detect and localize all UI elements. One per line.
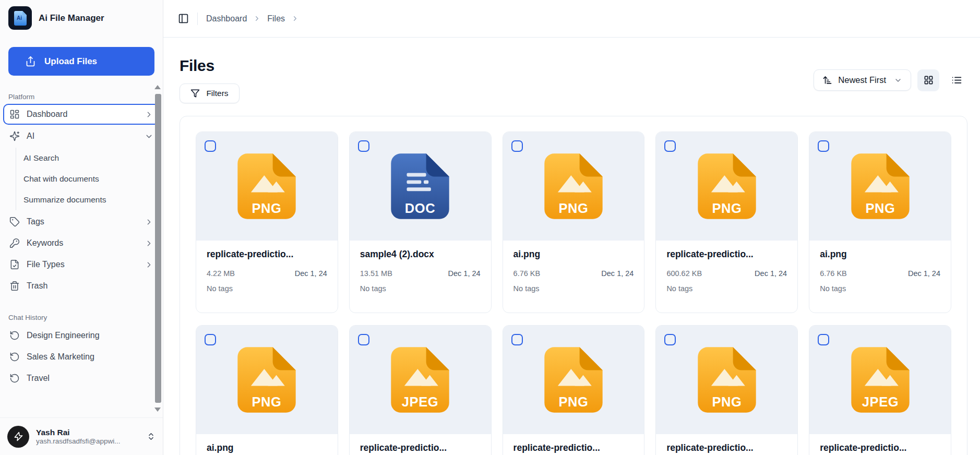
history-icon (9, 330, 20, 341)
file-type-label: PNG (252, 394, 282, 409)
chevron-right-icon (291, 15, 299, 22)
sidebar-item-summarize-documents[interactable]: Summarize documents (17, 189, 159, 210)
sidebar-item-ai-search[interactable]: AI Search (17, 148, 159, 169)
file-type-label: PNG (865, 201, 895, 215)
file-card[interactable]: PNG replicate-predictio... (503, 325, 645, 455)
topbar: Dashboard Files (163, 0, 980, 38)
file-size: 6.76 KB (513, 269, 541, 278)
breadcrumb-files[interactable]: Files (267, 14, 285, 23)
file-date: Dec 1, 24 (448, 269, 481, 278)
divider (197, 13, 198, 25)
file-tags: No tags (207, 284, 327, 293)
breadcrumb: Dashboard Files (206, 14, 299, 23)
chat-history-item-design-engineering[interactable]: Design Engineering (4, 326, 159, 345)
file-type-label: JPEG (862, 394, 898, 409)
user-name: Yash Rai (36, 428, 121, 437)
sidebar-scrollbar-thumb[interactable] (155, 94, 161, 403)
file-card[interactable]: PNG ai.png (196, 325, 338, 455)
file-checkbox[interactable] (818, 334, 829, 345)
file-card[interactable]: PNG replicate-predictio... 4.22 MB Dec 1… (196, 131, 338, 313)
app-logo-icon: Ai (8, 6, 32, 30)
file-name: ai.png (513, 249, 634, 260)
sidebar-item-trash[interactable]: Trash (4, 276, 159, 296)
file-checkbox[interactable] (205, 334, 216, 345)
file-checkbox[interactable] (511, 140, 523, 152)
file-name: ai.png (207, 442, 327, 453)
file-checkbox[interactable] (664, 334, 676, 345)
file-card[interactable]: DOC sample4 (2).docx 13.51 MB Dec 1, 24 … (349, 131, 492, 313)
file-name: replicate-predictio... (360, 442, 481, 453)
file-card[interactable]: JPEG replicate-predictio... (809, 325, 951, 455)
sidebar-scrollbar-down-arrow[interactable] (154, 408, 161, 412)
grid-view-icon (924, 75, 934, 85)
dashboard-icon (9, 109, 20, 119)
chevron-right-icon (253, 15, 261, 22)
file-name: ai.png (820, 249, 940, 260)
sidebar-item-keywords[interactable]: Keywords (4, 233, 159, 253)
brand: Ai Ai File Manager (0, 0, 163, 30)
sidebar: Ai Ai File Manager Upload Files Platform… (0, 0, 163, 455)
files-grid: PNG replicate-predictio... 4.22 MB Dec 1… (196, 131, 951, 455)
chevron-right-icon (145, 239, 153, 248)
file-date: Dec 1, 24 (295, 269, 327, 278)
chat-history-item-sales-marketing[interactable]: Sales & Marketing (4, 347, 159, 367)
file-type-icon: PNG (543, 346, 604, 414)
breadcrumb-dashboard[interactable]: Dashboard (206, 14, 247, 23)
file-date: Dec 1, 24 (755, 269, 787, 278)
upload-files-button[interactable]: Upload Files (8, 47, 154, 76)
tag-icon (9, 217, 20, 227)
list-view-icon (951, 75, 962, 86)
file-card[interactable]: PNG replicate-predictio... (655, 325, 798, 455)
chat-history-item-travel[interactable]: Travel (4, 368, 159, 388)
file-type-icon: PNG (543, 152, 604, 220)
file-card[interactable]: PNG replicate-predictio... 600.62 KB Dec… (655, 131, 798, 313)
user-menu[interactable]: Yash Rai yash.rasdfsadfsfi@appwi... (0, 417, 163, 455)
file-type-icon: JPEG (850, 346, 911, 414)
file-checkbox[interactable] (205, 140, 216, 152)
file-name: replicate-predictio... (666, 249, 787, 260)
chevron-down-icon (894, 76, 902, 85)
file-type-label: PNG (558, 201, 588, 215)
list-view-button[interactable] (946, 69, 967, 91)
main-area: Dashboard Files Files Filt (163, 0, 980, 455)
filters-button[interactable]: Filters (180, 83, 240, 103)
file-card[interactable]: JPEG replicate-predictio... (349, 325, 492, 455)
file-date: Dec 1, 24 (601, 269, 634, 278)
upload-icon (25, 56, 36, 67)
sidebar-item-ai[interactable]: AI (4, 126, 159, 146)
file-checkbox[interactable] (358, 140, 369, 152)
sidebar-scrollbar-up-arrow[interactable] (154, 85, 161, 89)
platform-section-label: Platform (8, 93, 154, 101)
sidebar-item-dashboard[interactable]: Dashboard (3, 104, 160, 125)
chevron-down-icon (145, 132, 153, 141)
file-checkbox[interactable] (818, 140, 829, 152)
sidebar-item-tags[interactable]: Tags (4, 212, 159, 232)
file-name: replicate-predictio... (666, 442, 787, 453)
file-thumbnail: PNG (503, 132, 644, 241)
files-panel: PNG replicate-predictio... 4.22 MB Dec 1… (180, 116, 967, 455)
file-thumbnail: PNG (809, 132, 951, 241)
sidebar-item-file-types[interactable]: File Types (4, 255, 159, 274)
file-checkbox[interactable] (358, 334, 369, 345)
file-type-label: PNG (712, 201, 742, 215)
file-type-icon: PNG (236, 346, 297, 414)
sparkles-icon (9, 131, 20, 141)
sidebar-toggle-button[interactable] (176, 11, 191, 26)
chevrons-up-down-icon (147, 432, 156, 441)
file-type-label: PNG (712, 394, 742, 409)
file-tags: No tags (666, 284, 787, 293)
page-title: Files (180, 57, 240, 75)
file-card[interactable]: PNG ai.png 6.76 KB Dec 1, 24 No tags (503, 131, 645, 313)
file-date: Dec 1, 24 (908, 269, 940, 278)
file-thumbnail: PNG (656, 132, 797, 241)
grid-view-button[interactable] (917, 69, 939, 91)
file-card[interactable]: PNG ai.png 6.76 KB Dec 1, 24 No tags (809, 131, 951, 313)
file-type-label: PNG (558, 394, 588, 409)
file-checkbox[interactable] (511, 334, 523, 345)
file-check-icon (9, 259, 20, 270)
sort-dropdown[interactable]: Newest First (814, 69, 911, 91)
sidebar-item-chat-with-documents[interactable]: Chat with documents (17, 169, 159, 189)
file-size: 600.62 KB (666, 269, 702, 278)
file-checkbox[interactable] (664, 140, 676, 152)
panel-left-icon (178, 13, 189, 24)
